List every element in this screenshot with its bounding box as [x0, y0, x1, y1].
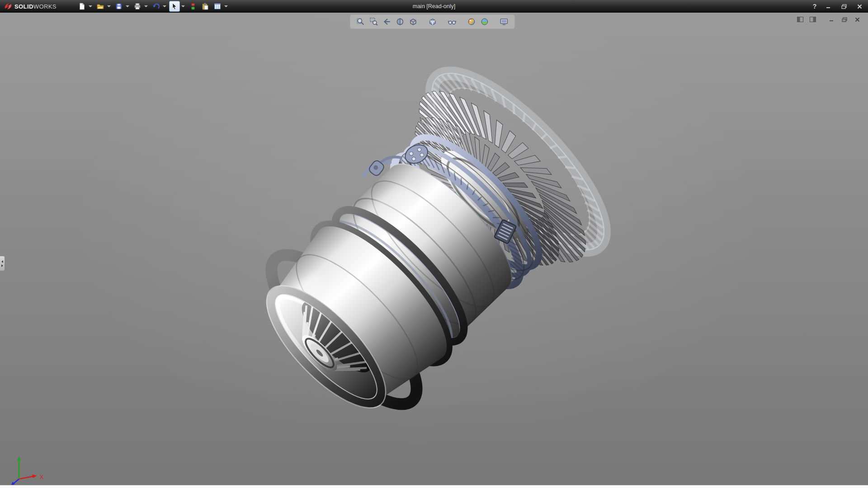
- chevron-left-icon: [1, 260, 3, 263]
- save-button[interactable]: [113, 1, 124, 12]
- open-button[interactable]: [95, 1, 106, 12]
- featuremanager-splitter-handle[interactable]: [0, 256, 5, 271]
- minimize-icon: [826, 4, 831, 9]
- document-window-controls: [796, 15, 862, 23]
- previous-view-icon: [382, 17, 392, 26]
- appearance-ball-icon: [467, 17, 476, 26]
- print-button[interactable]: [132, 1, 143, 12]
- doc-close-icon: [855, 17, 860, 22]
- chevron-right-icon: [1, 264, 3, 267]
- graphics-viewport[interactable]: X *Dimetric: [0, 13, 868, 485]
- dropdown-caret-icon[interactable]: [163, 5, 166, 7]
- apply-scene-button[interactable]: [480, 17, 490, 27]
- display-style-button[interactable]: [428, 17, 438, 27]
- select-button[interactable]: [169, 1, 180, 12]
- new-document-icon: [78, 2, 86, 10]
- dropdown-caret-icon[interactable]: [107, 5, 111, 7]
- doc-restore-button[interactable]: [840, 15, 849, 23]
- main-toolbar: [76, 1, 229, 12]
- open-folder-icon: [96, 2, 104, 10]
- x-axis-arrowhead: [32, 474, 37, 478]
- show-right-pane-button[interactable]: [808, 15, 817, 23]
- clipboard-icon: [201, 2, 209, 10]
- new-document-button[interactable]: [76, 1, 87, 12]
- heads-up-view-toolbar: [350, 15, 514, 28]
- doc-minimize-icon: [829, 17, 835, 22]
- solidworks-logo: SOLIDWORKS: [0, 2, 61, 10]
- design-table-icon: [213, 2, 222, 10]
- doc-minimize-button[interactable]: [827, 15, 836, 23]
- show-left-pane-button[interactable]: [796, 15, 805, 23]
- select-cursor-icon: [170, 2, 179, 10]
- view-orientation-icon: [409, 17, 418, 26]
- print-icon: [133, 2, 142, 10]
- zoom-to-area-button[interactable]: [369, 17, 379, 27]
- dropdown-caret-icon[interactable]: [144, 5, 148, 7]
- view-setting-icon: [500, 17, 509, 26]
- ds-logo-icon: [4, 2, 13, 10]
- x-axis: [19, 476, 33, 479]
- brand-solid: SOLID: [14, 3, 33, 10]
- dropdown-caret-icon[interactable]: [126, 5, 129, 7]
- paste-clipboard-button[interactable]: [200, 1, 211, 12]
- view-setting-button[interactable]: [499, 17, 509, 27]
- pane-right-icon: [810, 17, 816, 22]
- z-axis: [14, 479, 19, 483]
- viewport-3d-model[interactable]: [0, 13, 868, 485]
- reference-triad[interactable]: X: [4, 452, 53, 485]
- zoom-to-fit-button[interactable]: [356, 17, 366, 27]
- dropdown-caret-icon[interactable]: [224, 5, 228, 7]
- scene-globe-icon: [480, 17, 489, 26]
- brand-works: WORKS: [33, 3, 57, 10]
- previous-view-button[interactable]: [382, 17, 392, 27]
- toolbox-button[interactable]: [188, 1, 198, 12]
- doc-restore-icon: [842, 17, 847, 22]
- section-view-button[interactable]: [395, 17, 405, 27]
- save-floppy-icon: [115, 2, 123, 10]
- edit-appearance-button[interactable]: [467, 17, 476, 27]
- zoom-to-fit-icon: [356, 17, 365, 26]
- zoom-to-area-icon: [369, 17, 378, 26]
- hide-show-items-button[interactable]: [447, 17, 457, 27]
- design-table-button[interactable]: [212, 1, 223, 12]
- y-axis-arrowhead: [17, 456, 21, 461]
- restore-icon: [841, 4, 847, 9]
- view-orientation-button[interactable]: [408, 17, 418, 27]
- x-axis-label: X: [40, 474, 43, 480]
- window-title: main [Read-only]: [413, 0, 456, 13]
- help-button[interactable]: ?: [811, 3, 818, 10]
- close-button[interactable]: [854, 2, 864, 10]
- undo-button[interactable]: [151, 1, 161, 12]
- minimize-button[interactable]: [824, 2, 834, 10]
- jet-engine-model[interactable]: [223, 50, 627, 452]
- dropdown-caret-icon[interactable]: [181, 5, 185, 7]
- undo-arrow-icon: [152, 2, 160, 10]
- title-bar: SOLIDWORKS: [0, 0, 868, 13]
- doc-close-button[interactable]: [853, 15, 862, 23]
- dropdown-caret-icon[interactable]: [89, 5, 92, 7]
- glasses-icon: [448, 17, 457, 26]
- toolbox-icon: [189, 2, 197, 10]
- section-view-icon: [396, 17, 405, 26]
- restore-button[interactable]: [839, 2, 849, 10]
- pane-left-icon: [797, 17, 803, 22]
- status-bar: [0, 485, 868, 488]
- close-icon: [857, 4, 862, 9]
- display-style-icon: [428, 17, 437, 26]
- brand-text: SOLIDWORKS: [14, 3, 57, 10]
